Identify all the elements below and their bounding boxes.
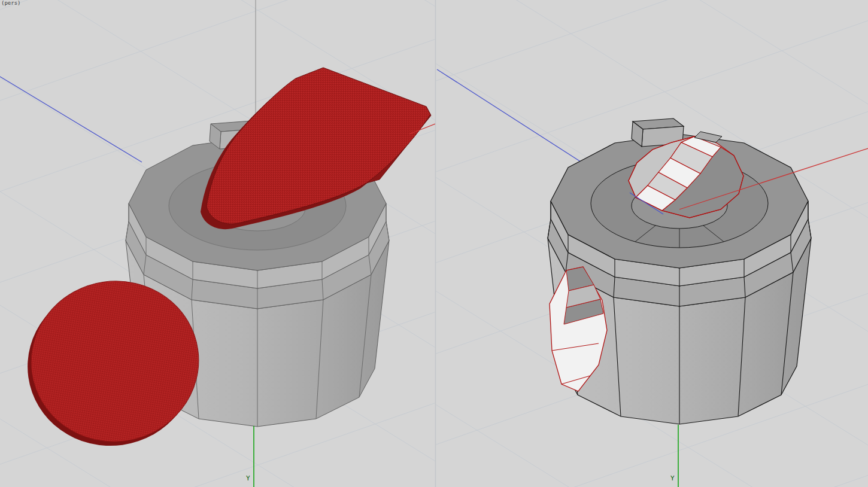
3d-canvas[interactable]: Y	[0, 0, 868, 487]
y-axis-label: Y	[246, 474, 250, 482]
app-window: Y	[0, 0, 868, 487]
viewport-name-label: (pers)	[1, 0, 21, 6]
y-axis-label: Y	[670, 474, 675, 482]
